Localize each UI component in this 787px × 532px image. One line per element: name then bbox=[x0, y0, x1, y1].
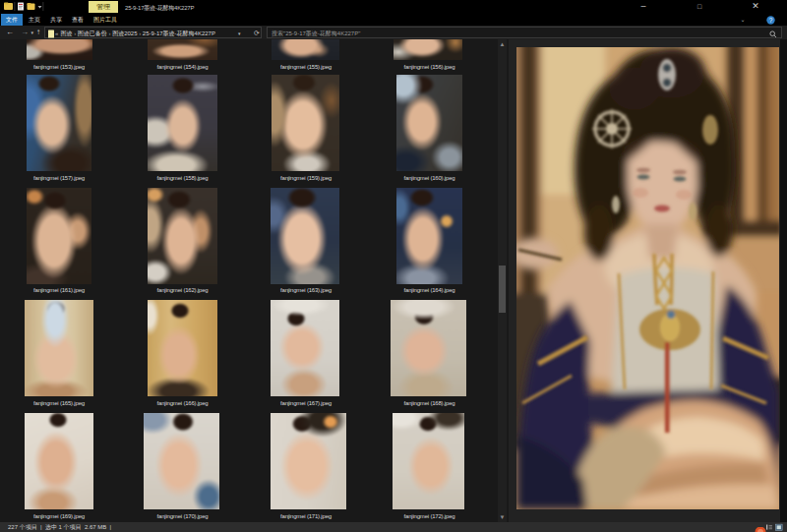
svg-text:?: ? bbox=[769, 17, 773, 24]
